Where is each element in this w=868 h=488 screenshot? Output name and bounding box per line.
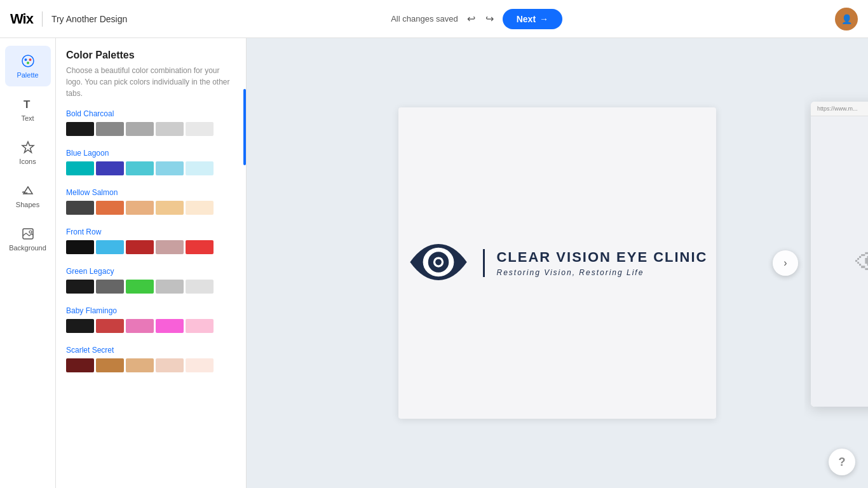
sidebar-item-icons[interactable]: Icons bbox=[5, 132, 51, 173]
palette-swatches-3 bbox=[66, 240, 236, 254]
swatch-5-4[interactable] bbox=[186, 319, 214, 333]
sidebar-background-label: Background bbox=[9, 244, 46, 252]
palette-item-3[interactable]: Front Row bbox=[66, 227, 236, 254]
sidebar-item-palette[interactable]: Palette bbox=[5, 46, 51, 86]
palette-item-0[interactable]: Bold Charcoal bbox=[66, 109, 236, 136]
undo-button[interactable]: ↩ bbox=[463, 9, 479, 29]
svg-point-2 bbox=[29, 58, 31, 61]
swatch-4-3[interactable] bbox=[156, 280, 184, 294]
sidebar-palette-label: Palette bbox=[17, 71, 38, 79]
palette-swatches-5 bbox=[66, 319, 236, 333]
icon-sidebar: Palette T Text Icons bbox=[0, 38, 56, 488]
palette-item-4[interactable]: Green Legacy bbox=[66, 267, 236, 294]
swatch-4-2[interactable] bbox=[126, 280, 154, 294]
svg-point-3 bbox=[27, 62, 29, 64]
swatch-6-1[interactable] bbox=[96, 358, 124, 372]
svg-point-0 bbox=[22, 55, 34, 67]
palette-icon bbox=[20, 53, 36, 69]
redo-button[interactable]: ↪ bbox=[482, 9, 498, 29]
swatch-1-2[interactable] bbox=[126, 161, 154, 175]
swatch-0-0[interactable] bbox=[66, 122, 94, 136]
logo-sub-text: Restoring Vision, Restoring Life bbox=[496, 268, 707, 277]
next-button[interactable]: Next → bbox=[503, 9, 562, 29]
header-title: Try Another Design bbox=[51, 14, 127, 24]
main-layout: Palette T Text Icons bbox=[0, 38, 868, 488]
logo-content: Clear Vision Eye Clinic Restoring Vision… bbox=[407, 241, 707, 285]
avatar[interactable]: 👤 bbox=[835, 8, 858, 30]
swatch-1-0[interactable] bbox=[66, 161, 94, 175]
swatch-2-1[interactable] bbox=[96, 201, 124, 215]
background-icon bbox=[20, 226, 36, 241]
palette-item-5[interactable]: Baby Flamingo bbox=[66, 306, 236, 333]
canvas-next-arrow[interactable]: › bbox=[773, 250, 798, 276]
next-arrow-icon: → bbox=[539, 14, 548, 24]
swatch-0-1[interactable] bbox=[96, 122, 124, 136]
svg-point-11 bbox=[436, 259, 442, 265]
swatch-4-4[interactable] bbox=[186, 280, 214, 294]
swatch-2-4[interactable] bbox=[186, 201, 214, 215]
browser-preview-strip: https://www.m... 👁 bbox=[804, 38, 868, 488]
swatch-3-1[interactable] bbox=[96, 240, 124, 254]
swatch-0-4[interactable] bbox=[186, 122, 214, 136]
swatch-1-3[interactable] bbox=[156, 161, 184, 175]
logo-text-block: Clear Vision Eye Clinic Restoring Vision… bbox=[483, 249, 707, 277]
sidebar-item-text[interactable]: T Text bbox=[5, 89, 51, 130]
icons-icon bbox=[20, 140, 36, 155]
sidebar-item-shapes[interactable]: Shapes bbox=[5, 175, 51, 216]
swatch-4-0[interactable] bbox=[66, 280, 94, 294]
svg-text:T: T bbox=[24, 98, 31, 111]
swatch-3-4[interactable] bbox=[186, 240, 214, 254]
palette-item-1[interactable]: Blue Lagoon bbox=[66, 149, 236, 175]
sidebar-item-background[interactable]: Background bbox=[5, 219, 51, 259]
palette-swatches-1 bbox=[66, 161, 236, 175]
swatch-1-4[interactable] bbox=[186, 161, 214, 175]
panel-header: Color Palettes Choose a beautiful color … bbox=[56, 38, 246, 104]
swatch-2-0[interactable] bbox=[66, 201, 94, 215]
panel-description: Choose a beautiful color combination for… bbox=[66, 65, 236, 99]
wix-logo: Wix bbox=[10, 11, 33, 27]
swatch-2-2[interactable] bbox=[126, 201, 154, 215]
scroll-indicator bbox=[243, 89, 246, 165]
palette-name-4: Green Legacy bbox=[66, 267, 236, 276]
header-divider bbox=[42, 11, 43, 27]
swatch-5-2[interactable] bbox=[126, 319, 154, 333]
changes-saved-status: All changes saved bbox=[391, 14, 458, 24]
swatch-3-0[interactable] bbox=[66, 240, 94, 254]
header-center: All changes saved ↩ ↪ Next → bbox=[127, 9, 826, 29]
swatch-5-3[interactable] bbox=[156, 319, 184, 333]
swatch-6-3[interactable] bbox=[156, 358, 184, 372]
svg-point-7 bbox=[29, 231, 32, 233]
swatch-0-2[interactable] bbox=[126, 122, 154, 136]
swatch-6-0[interactable] bbox=[66, 358, 94, 372]
swatch-5-0[interactable] bbox=[66, 319, 94, 333]
undo-redo-group: ↩ ↪ bbox=[463, 9, 498, 29]
help-button[interactable]: ? bbox=[829, 449, 855, 475]
palette-name-1: Blue Lagoon bbox=[66, 149, 236, 158]
swatch-2-3[interactable] bbox=[156, 201, 184, 215]
sidebar-text-label: Text bbox=[21, 114, 34, 122]
swatch-3-3[interactable] bbox=[156, 240, 184, 254]
swatch-0-3[interactable] bbox=[156, 122, 184, 136]
palette-swatches-2 bbox=[66, 201, 236, 215]
svg-marker-5 bbox=[22, 142, 34, 152]
palette-name-3: Front Row bbox=[66, 227, 236, 236]
logo-main-text: Clear Vision Eye Clinic bbox=[496, 249, 707, 266]
palette-item-6[interactable]: Scarlet Secret bbox=[66, 346, 236, 372]
eye-partial-right: 👁 bbox=[855, 245, 868, 281]
swatch-1-1[interactable] bbox=[96, 161, 124, 175]
browser-bar: https://www.m... bbox=[811, 102, 868, 116]
swatch-5-1[interactable] bbox=[96, 319, 124, 333]
swatch-4-1[interactable] bbox=[96, 280, 124, 294]
palette-list: Bold CharcoalBlue LagoonMellow SalmonFro… bbox=[56, 104, 246, 395]
swatch-6-2[interactable] bbox=[126, 358, 154, 372]
sidebar-shapes-label: Shapes bbox=[16, 201, 39, 208]
panel-title: Color Palettes bbox=[66, 50, 236, 61]
palette-name-2: Mellow Salmon bbox=[66, 188, 236, 197]
swatch-3-2[interactable] bbox=[126, 240, 154, 254]
palette-item-2[interactable]: Mellow Salmon bbox=[66, 188, 236, 215]
palette-name-5: Baby Flamingo bbox=[66, 306, 236, 315]
swatch-6-4[interactable] bbox=[186, 358, 214, 372]
logo-card: Clear Vision Eye Clinic Restoring Vision… bbox=[398, 107, 716, 419]
palette-swatches-0 bbox=[66, 122, 236, 136]
color-palettes-panel: Color Palettes Choose a beautiful color … bbox=[56, 38, 247, 488]
